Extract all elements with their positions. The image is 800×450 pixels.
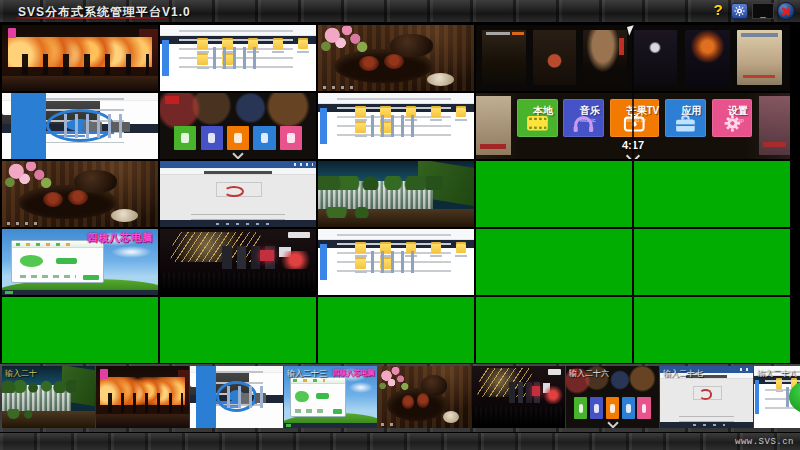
broadcaster-logo (548, 369, 561, 375)
launcher-tile-row: 本地 Local 音乐 Music 芒果TV imgo.tv 应用 App 设置 (517, 99, 753, 137)
poster-shelf (160, 93, 316, 130)
launcher-tile (622, 397, 635, 419)
tree-line (2, 380, 76, 394)
wall-cell-20-green-blank[interactable] (160, 297, 316, 363)
launcher-tile (637, 397, 650, 419)
tea-cup (417, 393, 429, 407)
movie-poster (633, 30, 677, 85)
scene-blank-green-signal (634, 297, 790, 363)
tea-cup (68, 190, 88, 205)
launcher-tile (280, 126, 302, 150)
scene-tea-set (2, 161, 158, 227)
scene-blank-green-signal (476, 297, 632, 363)
folder-icon (776, 380, 782, 389)
audience-crowd (160, 273, 316, 295)
scene-blank-green-signal (634, 161, 790, 227)
document-heading (204, 171, 273, 174)
red-spotlight-glow (277, 251, 314, 269)
white-bowl (443, 411, 459, 423)
tv-station-logo (165, 96, 179, 103)
settings-button[interactable] (731, 3, 748, 19)
audience-crowd (472, 407, 565, 428)
help-button[interactable]: ? (709, 1, 727, 20)
taskbar-search (11, 93, 45, 159)
wall-cell-12-green-blank[interactable] (476, 161, 632, 227)
stage-floor (2, 76, 158, 91)
wall-cell-10-document[interactable] (160, 161, 316, 227)
wall-cell-5-eye-settings[interactable] (2, 93, 158, 159)
river-bank (2, 411, 95, 428)
wall-cell-4-poster-wall[interactable] (476, 25, 790, 91)
scene-file-explorer (318, 93, 474, 159)
white-bowl (427, 73, 454, 86)
source-thumbnail-1[interactable]: 输入二十 (2, 366, 95, 428)
wall-cell-3-tea[interactable] (318, 25, 474, 91)
minimize-button[interactable]: _ (752, 3, 774, 19)
input-source-label: 输入二十六 (569, 368, 609, 379)
folder-icon (456, 244, 466, 254)
close-button[interactable] (777, 2, 795, 20)
wall-cell-13-green-blank[interactable] (634, 161, 790, 227)
tile-local[interactable]: 本地 Local (517, 99, 558, 137)
wall-cell-19-green-blank[interactable] (2, 297, 158, 363)
wall-cell-22-green-blank[interactable] (476, 297, 632, 363)
scene-blank-green-signal (634, 229, 790, 295)
windows-taskbar (190, 395, 283, 403)
source-thumbnail-5[interactable] (378, 366, 471, 428)
source-thumbnail-9[interactable]: 输入二十八 (754, 366, 800, 428)
scene-waterfall-landscape (318, 161, 474, 227)
tile-setup[interactable]: 设置 Setup (712, 99, 753, 137)
tea-cup (384, 54, 404, 69)
scene-tv-launcher-small (160, 93, 316, 159)
input-source-label: 输入二十七 (663, 368, 703, 379)
movie-poster (533, 30, 577, 85)
tile-mango-tv[interactable]: 芒果TV imgo.tv (610, 99, 659, 137)
video-overlay-ad-text: 四核八芯电脑 (87, 231, 153, 245)
taskbar-icons (227, 386, 264, 408)
wall-cell-15-concert-crowd[interactable] (160, 229, 316, 295)
input-source-label: 输入二十 (5, 368, 37, 379)
tea-cup (359, 56, 379, 71)
green-tag (333, 409, 343, 414)
wall-cell-7-explorer[interactable] (318, 93, 474, 159)
source-thumbnail-4[interactable]: 四核八芯电脑 输入二十三 (284, 366, 377, 428)
gear-icon (733, 5, 746, 17)
tile-music[interactable]: 音乐 Music (563, 99, 604, 137)
wall-cell-2-explorer[interactable] (160, 25, 316, 91)
wall-cell-18-green-blank[interactable] (634, 229, 790, 295)
red-led-screen (532, 386, 540, 397)
pink-flowers (320, 26, 370, 55)
source-thumbnail-6[interactable] (472, 366, 565, 428)
wall-cell-21-green-blank[interactable] (318, 297, 474, 363)
folder-icon (355, 108, 365, 118)
source-thumbnail-7[interactable]: 输入二十六 (566, 366, 659, 428)
folder-icon (355, 259, 365, 269)
pink-flowers (379, 367, 409, 394)
windows-taskbar (284, 423, 377, 428)
dancer-silhouettes (102, 393, 184, 413)
wall-cell-8-tv-launcher-big[interactable]: 本地 Local 音乐 Music 芒果TV imgo.tv 应用 App 设置 (476, 93, 790, 159)
green-button (56, 258, 77, 264)
wall-cell-16-explorer[interactable] (318, 229, 474, 295)
document-figure (693, 386, 721, 400)
wall-cell-14-xp-messenger[interactable]: 四核八芯电脑 (2, 229, 158, 295)
source-thumbnail-3[interactable] (190, 366, 283, 428)
source-thumbnail-8[interactable]: 输入二十七 (660, 366, 753, 428)
cloud (349, 382, 373, 393)
wall-cell-17-green-blank[interactable] (476, 229, 632, 295)
wall-cell-6-tv-launcher-small[interactable] (160, 93, 316, 159)
launcher-tile (174, 126, 196, 150)
tile-apps[interactable]: 应用 App (665, 99, 706, 137)
windows-taskbar (2, 124, 158, 133)
wall-cell-23-green-blank[interactable] (634, 297, 790, 363)
green-button (316, 393, 328, 399)
launcher-tile (227, 126, 249, 150)
scene-xp-desktop-messenger: 四核八芯电脑 (2, 229, 158, 295)
wall-cell-11-waterfall[interactable] (318, 161, 474, 227)
wall-cell-1-concert-flames[interactable] (2, 25, 158, 91)
red-led-screen (260, 250, 274, 261)
broadcaster-logo (288, 232, 310, 238)
scene-file-explorer (160, 25, 316, 91)
wall-cell-9-tea[interactable] (2, 161, 158, 227)
source-thumbnail-2[interactable] (96, 366, 189, 428)
